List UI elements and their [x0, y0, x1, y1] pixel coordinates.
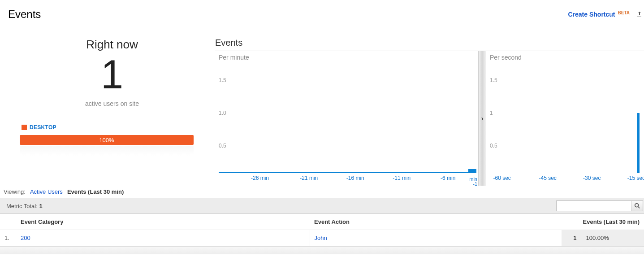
- x-label: -21 min: [300, 175, 318, 181]
- x-label: -6 min: [441, 175, 455, 181]
- th-action[interactable]: Event Action: [310, 214, 562, 230]
- y-label: 1.0: [219, 110, 226, 116]
- chart-divider[interactable]: ›: [478, 51, 486, 186]
- create-shortcut-link[interactable]: Create Shortcut: [568, 11, 615, 18]
- y-label: 0.5: [490, 143, 497, 149]
- th-events[interactable]: Events (Last 30 min): [562, 214, 644, 230]
- page-title: Events: [8, 8, 41, 21]
- bar-minute: [468, 169, 476, 173]
- tab-active-users[interactable]: Active Users: [30, 188, 63, 195]
- chart-second-title: Per second: [490, 54, 522, 61]
- y-label: 0.5: [219, 143, 226, 149]
- metric-total: Metric Total: 1: [6, 203, 43, 209]
- rightnow-title: Right now: [18, 38, 206, 52]
- footer-strip: [0, 246, 644, 254]
- x-label: -26 min: [251, 175, 269, 181]
- chart-minute-title: Per minute: [219, 54, 249, 61]
- rightnow-sub: active users on site: [18, 100, 206, 107]
- x-label: -16 min: [346, 175, 364, 181]
- charts-title: Events: [215, 38, 644, 48]
- x-label: -11 min: [393, 175, 411, 181]
- chart-baseline: [219, 172, 476, 173]
- chart-per-minute: Per minute 1.5 1.0 0.5 min -1: [215, 51, 478, 186]
- device-bar-shadow: [20, 146, 194, 156]
- rightnow-panel: Right now 1 active users on site DESKTOP…: [0, 38, 215, 186]
- search-icon: [634, 203, 640, 209]
- svg-point-0: [635, 204, 638, 207]
- row-category[interactable]: 200: [16, 230, 310, 246]
- y-label: 1: [490, 110, 493, 116]
- table-row[interactable]: 1. 200 John 1 100.00%: [0, 230, 644, 246]
- chevron-right-icon: ›: [481, 115, 484, 122]
- search-button[interactable]: [631, 201, 643, 211]
- th-category[interactable]: Event Category: [16, 214, 310, 230]
- tab-events-last30[interactable]: Events (Last 30 min): [67, 188, 124, 195]
- row-action[interactable]: John: [310, 230, 562, 246]
- row-pct: 100.00%: [581, 230, 644, 246]
- export-icon[interactable]: [635, 11, 641, 18]
- row-count: 1: [562, 230, 581, 246]
- bar-second: [637, 113, 640, 173]
- y-label: 1.5: [219, 77, 226, 83]
- x-label: -60 sec: [493, 175, 511, 181]
- row-index: 1.: [0, 230, 16, 246]
- x-label: -30 sec: [583, 175, 601, 181]
- beta-badge: BETA: [618, 10, 630, 15]
- chart-per-second: Per second 1.5 1 0.5 -60 sec -45 sec -30…: [486, 51, 644, 186]
- y-label: 1.5: [490, 77, 497, 83]
- desktop-swatch: [22, 125, 27, 130]
- device-label[interactable]: DESKTOP: [30, 124, 56, 131]
- search-group: [556, 200, 643, 211]
- device-bar: 100%: [20, 135, 194, 145]
- viewing-label: Viewing:: [4, 188, 26, 195]
- search-input[interactable]: [557, 201, 631, 211]
- events-table: Event Category Event Action Events (Last…: [0, 214, 644, 246]
- rightnow-value: 1: [18, 54, 206, 95]
- x-label: -45 sec: [539, 175, 557, 181]
- x-label: -15 sec: [627, 175, 644, 181]
- svg-line-1: [638, 207, 640, 209]
